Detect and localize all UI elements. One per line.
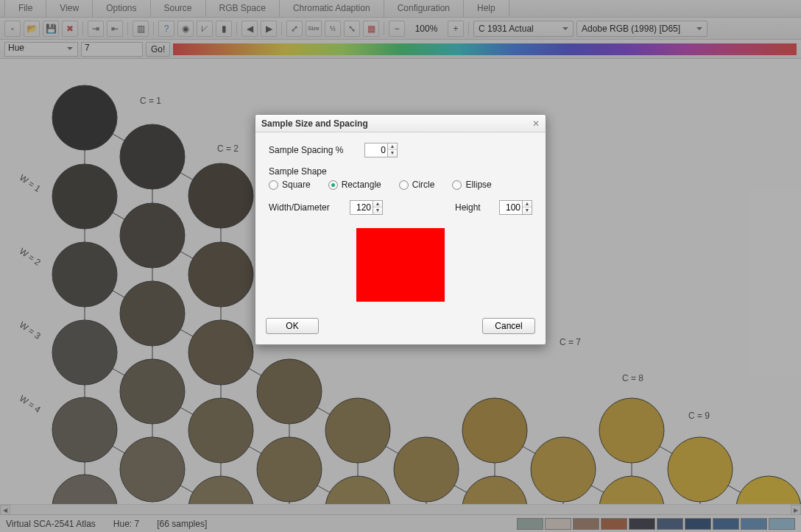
height-up-icon[interactable]: ▲ [523, 201, 532, 208]
width-down-icon[interactable]: ▼ [373, 208, 382, 214]
shape-square-option[interactable]: Square [269, 180, 311, 190]
shape-circle-option[interactable]: Circle [399, 180, 435, 190]
cancel-button-label: Cancel [495, 321, 522, 331]
width-input[interactable] [350, 201, 373, 214]
sample-size-dialog: Sample Size and Spacing ✕ Sample Spacing… [255, 114, 546, 345]
shape-label: Sample Shape [269, 166, 327, 177]
width-spinner[interactable]: ▲▼ [350, 200, 383, 215]
shape-ellipse-text: Ellipse [465, 180, 491, 190]
shape-rectangle-option[interactable]: Rectangle [328, 180, 381, 190]
shape-rectangle-radio[interactable] [328, 180, 338, 190]
shape-circle-text: Circle [412, 180, 435, 190]
height-label: Height [455, 202, 492, 213]
spacing-up-icon[interactable]: ▲ [388, 143, 397, 150]
shape-ellipse-radio[interactable] [452, 180, 462, 190]
width-label: Width/Diameter [269, 202, 342, 213]
spacing-spinner[interactable]: ▲▼ [364, 143, 398, 157]
width-up-icon[interactable]: ▲ [373, 201, 382, 208]
shape-rectangle-text: Rectangle [342, 180, 381, 190]
shape-square-text: Square [282, 180, 311, 190]
cancel-button[interactable]: Cancel [482, 318, 535, 334]
close-icon[interactable]: ✕ [532, 118, 540, 129]
shape-ellipse-option[interactable]: Ellipse [452, 180, 491, 190]
spacing-down-icon[interactable]: ▼ [388, 150, 397, 157]
spacing-label: Sample Spacing % [269, 145, 357, 155]
ok-button-label: OK [286, 321, 298, 331]
height-input[interactable] [500, 201, 522, 214]
dialog-titlebar[interactable]: Sample Size and Spacing ✕ [255, 115, 546, 132]
shape-square-radio[interactable] [269, 180, 278, 190]
shape-circle-radio[interactable] [399, 180, 409, 190]
height-down-icon[interactable]: ▼ [523, 208, 532, 214]
ok-button[interactable]: OK [266, 318, 319, 334]
dialog-title: Sample Size and Spacing [261, 118, 368, 129]
modal-overlay: Sample Size and Spacing ✕ Sample Spacing… [0, 0, 801, 532]
sample-preview [356, 228, 445, 302]
height-spinner[interactable]: ▲▼ [499, 200, 532, 215]
spacing-input[interactable] [365, 143, 387, 157]
